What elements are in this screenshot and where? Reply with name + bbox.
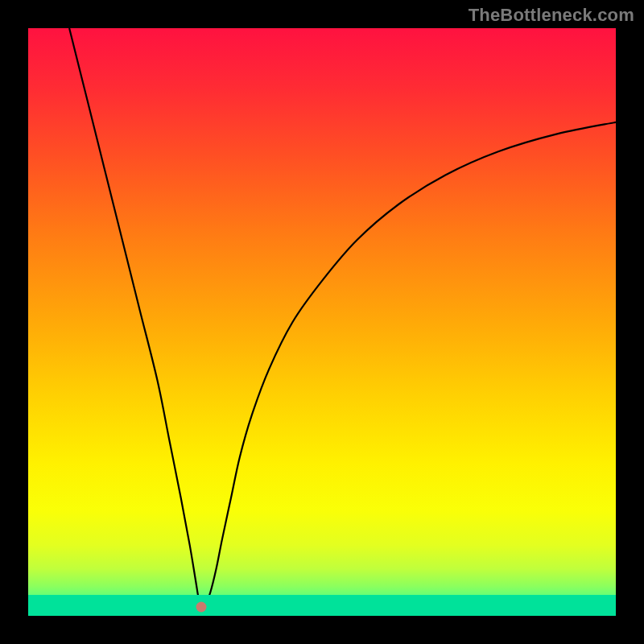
chart-frame: TheBottleneck.com: [0, 0, 644, 644]
bottleneck-curve: [28, 28, 616, 616]
plot-area: [28, 28, 616, 616]
watermark-text: TheBottleneck.com: [469, 5, 634, 26]
green-baseline-band: [28, 595, 616, 616]
optimal-point-marker: [196, 602, 207, 613]
